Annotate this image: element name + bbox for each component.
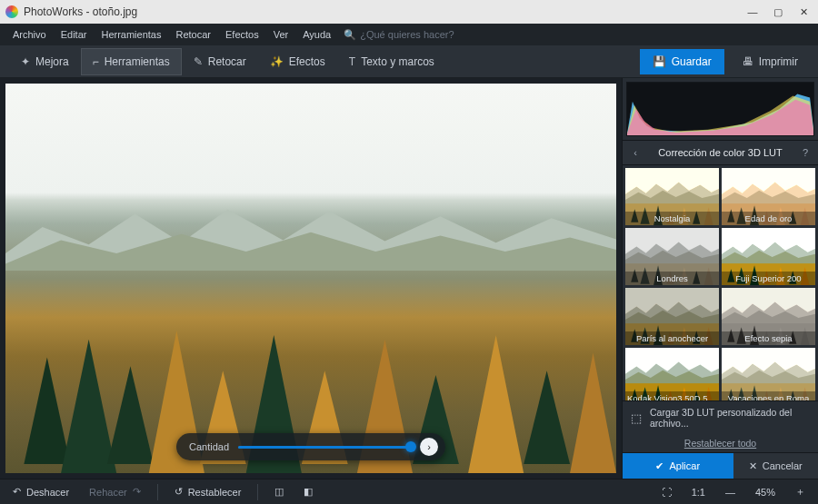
help-search[interactable]: 🔍 ¿Qué quieres hacer? (344, 29, 454, 41)
zoom-value: 45% (752, 485, 779, 499)
cube-icon: ⬚ (630, 410, 643, 425)
tab-herramientas-label: Herramientas (105, 55, 170, 68)
crop-icon: ⌐ (93, 55, 99, 68)
footer: ↶Deshacer Rehacer↷ ↺Restablecer ◫ ◧ ⛶ 1:… (0, 479, 818, 504)
app-logo-icon (5, 5, 18, 18)
tab-retocar[interactable]: ✎Retocar (182, 48, 258, 75)
fit-icon: ⛶ (662, 487, 672, 498)
tab-retocar-label: Retocar (208, 55, 246, 68)
preset-label: París al anochecer (625, 331, 719, 345)
before-after-button[interactable]: ◧ (300, 484, 316, 499)
tab-efectos-label: Efectos (289, 55, 325, 68)
preset-grid: NostalgiaEdad de oroLondresFuji Superior… (623, 165, 818, 400)
tab-texto-label: Texto y marcos (361, 55, 434, 68)
zoom-label: 45% (755, 487, 775, 498)
actual-size-label: 1:1 (692, 487, 705, 498)
fit-screen-button[interactable]: ⛶ (658, 485, 675, 499)
amount-next-button[interactable]: › (420, 438, 438, 456)
preset-label: Nostalgia (625, 212, 719, 225)
amount-knob[interactable] (405, 441, 416, 452)
maximize-icon[interactable]: ▢ (773, 6, 783, 18)
cancel-button[interactable]: ✕Cancelar (733, 453, 818, 479)
panel-header: ‹ Corrección de color 3D LUT ? (623, 140, 818, 165)
print-button[interactable]: 🖶Imprimir (732, 49, 809, 74)
load-lut-button[interactable]: ⬚ Cargar 3D LUT personalizado del archiv… (623, 400, 818, 434)
image-content (5, 201, 616, 271)
save-label: Guardar (672, 55, 712, 68)
side-panel: ‹ Corrección de color 3D LUT ? Nostalgia… (622, 78, 818, 479)
menu-editar[interactable]: Editar (55, 27, 93, 42)
apply-button[interactable]: ✔Aplicar (623, 453, 733, 479)
brush-icon: ✎ (194, 55, 203, 68)
preset-nostalgia[interactable]: Nostalgia (625, 168, 719, 225)
before-after-icon: ◧ (304, 486, 313, 498)
preset-fuji-superior-200[interactable]: Fuji Superior 200 (722, 228, 815, 285)
tab-efectos[interactable]: ✨Efectos (258, 48, 337, 75)
zoom-out-button[interactable]: — (722, 485, 739, 499)
window-title: PhotoWorks - otoño.jpg (24, 5, 747, 18)
tab-herramientas[interactable]: ⌐Herramientas (81, 48, 182, 75)
load-lut-label: Cargar 3D LUT personalizado del archivo.… (650, 407, 811, 429)
print-label: Imprimir (759, 55, 798, 68)
save-button[interactable]: 💾Guardar (640, 49, 724, 74)
titlebar: PhotoWorks - otoño.jpg — ▢ ✕ (0, 0, 818, 24)
preset-label: Fuji Superior 200 (722, 272, 815, 285)
preset-efecto-sepia[interactable]: Efecto sepia (722, 288, 815, 345)
reset-button[interactable]: ↺Restablecer (171, 484, 245, 499)
toolbar: ✦Mejora ⌐Herramientas ✎Retocar ✨Efectos … (0, 45, 818, 78)
redo-button[interactable]: Rehacer↷ (85, 484, 145, 499)
separator (257, 484, 258, 500)
help-search-placeholder: ¿Qué quieres hacer? (360, 29, 454, 40)
reset-icon: ↺ (175, 486, 183, 498)
menubar: Archivo Editar Herramientas Retocar Efec… (0, 24, 818, 45)
menu-archivo[interactable]: Archivo (7, 27, 52, 42)
preset-label: Londres (625, 272, 719, 285)
close-icon[interactable]: ✕ (798, 6, 809, 18)
plus-icon: ＋ (795, 485, 805, 499)
menu-ayuda[interactable]: Ayuda (297, 27, 336, 42)
panel-help-button[interactable]: ? (798, 147, 813, 158)
preset-londres[interactable]: Londres (625, 228, 719, 285)
amount-track[interactable] (238, 446, 411, 449)
preset-label: Vacaciones en Roma (722, 391, 815, 400)
panel-back-button[interactable]: ‹ (628, 147, 643, 158)
redo-icon: ↷ (133, 486, 141, 498)
amount-slider[interactable]: Cantidad › (176, 433, 445, 460)
tab-texto[interactable]: TTexto y marcos (337, 48, 446, 75)
x-icon: ✕ (749, 460, 757, 472)
histogram (626, 82, 814, 136)
undo-button[interactable]: ↶Deshacer (9, 484, 73, 499)
image-canvas[interactable]: Cantidad › (5, 84, 616, 473)
text-icon: T (349, 55, 355, 68)
compare-icon: ◫ (274, 486, 284, 498)
reset-label: Restablecer (188, 487, 242, 498)
preset-edad-de-oro[interactable]: Edad de oro (722, 168, 815, 225)
minimize-icon[interactable]: — (747, 6, 758, 18)
preset-vacaciones-en-roma[interactable]: Vacaciones en Roma (722, 348, 815, 400)
save-icon: 💾 (653, 55, 666, 68)
undo-icon: ↶ (13, 486, 21, 498)
preset-kodak-vision3-50d-5203[interactable]: Kodak Vision3 50D 5203 (625, 348, 719, 400)
actual-size-button[interactable]: 1:1 (688, 485, 709, 499)
reset-all-link[interactable]: Restablecer todo (623, 434, 818, 452)
redo-label: Rehacer (89, 487, 127, 498)
tab-mejora-label: Mejora (35, 55, 69, 68)
check-icon: ✔ (655, 460, 663, 472)
tab-mejora[interactable]: ✦Mejora (9, 48, 81, 75)
amount-label: Cantidad (189, 441, 229, 452)
panel-title: Corrección de color 3D LUT (643, 147, 798, 158)
preset-par-s-al-anochecer[interactable]: París al anochecer (625, 288, 719, 345)
preset-label: Kodak Vision3 50D 5203 (625, 391, 719, 400)
wand-icon: ✨ (270, 55, 284, 68)
menu-retocar[interactable]: Retocar (170, 27, 216, 42)
zoom-in-button[interactable]: ＋ (792, 483, 809, 500)
menu-herramientas[interactable]: Herramientas (95, 27, 166, 42)
sliders-icon: ✦ (21, 55, 30, 68)
canvas-area[interactable]: Cantidad › (0, 78, 622, 479)
compare-button[interactable]: ◫ (271, 484, 287, 499)
preset-label: Efecto sepia (722, 331, 815, 345)
menu-ver[interactable]: Ver (268, 27, 294, 42)
search-icon: 🔍 (344, 29, 356, 41)
menu-efectos[interactable]: Efectos (220, 27, 264, 42)
undo-label: Deshacer (26, 487, 69, 498)
